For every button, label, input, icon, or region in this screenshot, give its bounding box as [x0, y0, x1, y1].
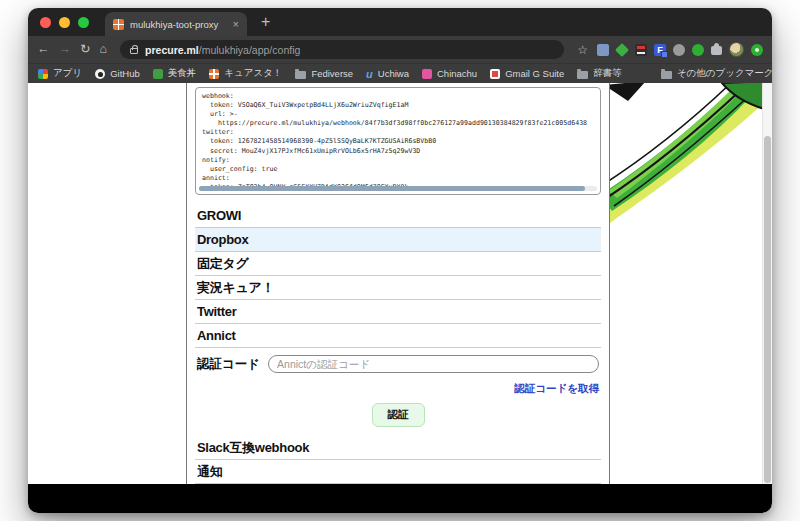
bookmark-bishokudon[interactable]: 美食丼: [153, 67, 197, 80]
bookmark-uchiwa[interactable]: uUchiwa: [366, 68, 409, 79]
blue-f-extension-icon[interactable]: F: [654, 44, 666, 56]
auth-code-input[interactable]: [268, 355, 599, 373]
section-dropbox[interactable]: Dropbox: [195, 228, 601, 252]
code-horizontal-scrollbar[interactable]: [199, 186, 597, 191]
traffic-lights: [40, 17, 89, 28]
bookmark-label: 美食丼: [168, 67, 197, 80]
new-tab-button[interactable]: +: [261, 14, 270, 30]
bookmark-label: Chinachu: [437, 68, 477, 79]
pink-site-icon: [422, 69, 432, 79]
section-list: GROWI Dropbox 固定タグ 実況キュア！ Twitter Annict: [195, 204, 601, 348]
other-bookmarks-label: その他のブックマーク: [677, 67, 772, 80]
auth-button[interactable]: 認証: [372, 403, 425, 427]
github-icon: [95, 69, 105, 79]
annict-auth-form: 認証コード: [195, 355, 601, 373]
bookmark-label: キュアスタ！: [224, 67, 282, 80]
page-bottom-black-strip: [28, 484, 772, 513]
forward-icon[interactable]: →: [59, 43, 72, 56]
browser-tab[interactable]: mulukhiya-toot-proxy ×: [105, 12, 247, 36]
bookmark-label: 辞書等: [593, 67, 622, 80]
tab-favicon-icon: [113, 19, 124, 30]
gray-extension-icon[interactable]: [673, 44, 685, 56]
section-notify[interactable]: 通知: [195, 460, 601, 484]
page-scrollbar[interactable]: [762, 83, 772, 484]
screenshot-stage: mulukhiya-toot-proxy × + ← → ↻ ⌂ precure…: [0, 0, 800, 521]
bookmark-folder-fediverse[interactable]: Fediverse: [295, 68, 353, 79]
adblock-extension-icon[interactable]: [635, 44, 647, 56]
profile-avatar[interactable]: [729, 42, 744, 57]
page-viewport: webhook: token: VSOaQ6X_TuiV3WxpetpBd4LL…: [28, 83, 772, 513]
bookmark-label: GitHub: [110, 68, 140, 79]
bookmark-github[interactable]: GitHub: [95, 68, 140, 79]
green-diamond-extension-icon[interactable]: [615, 43, 629, 57]
tab-title: mulukhiya-toot-proxy: [130, 19, 227, 30]
green-status-extension-icon[interactable]: [751, 44, 763, 56]
get-code-link-row: 認証コードを取得: [195, 378, 601, 396]
extensions-puzzle-icon[interactable]: [711, 46, 722, 55]
mulukhiya-plant-illustration: [600, 83, 772, 227]
extensions-row: F: [597, 42, 763, 57]
config-yaml-text: webhook: token: VSOaQ6X_TuiV3WxpetpBd4LL…: [202, 92, 594, 192]
gmail-icon: [490, 69, 500, 79]
code-scrollbar-thumb[interactable]: [199, 186, 585, 191]
bookmark-chinachu[interactable]: Chinachu: [422, 68, 477, 79]
page-scrollbar-thumb[interactable]: [764, 136, 771, 483]
bookmark-label: アプリ: [53, 67, 82, 80]
auth-button-row: 認証: [195, 403, 601, 427]
section-slack-webhook[interactable]: Slack互換webhook: [195, 436, 601, 460]
section-list-bottom: Slack互換webhook 通知: [195, 436, 601, 484]
get-auth-code-link[interactable]: 認証コードを取得: [514, 382, 599, 394]
reload-icon[interactable]: ↻: [80, 43, 90, 56]
zoom-window-button[interactable]: [78, 17, 89, 28]
tab-close-icon[interactable]: ×: [233, 19, 239, 30]
browser-toolbar: ← → ↻ ⌂ precure.ml/mulukhiya/app/config …: [28, 36, 772, 63]
bookmark-apps[interactable]: アプリ: [38, 67, 82, 80]
bookmark-label: Gmail G Suite: [505, 68, 564, 79]
bookmark-label: Uchiwa: [378, 68, 409, 79]
url-path: /mulukhiya/app/config: [199, 44, 301, 56]
url-text: precure.ml/mulukhiya/app/config: [145, 44, 300, 56]
green-site-icon: [153, 69, 163, 79]
auth-code-label: 認証コード: [197, 356, 260, 373]
back-icon[interactable]: ←: [37, 43, 50, 56]
browser-window: mulukhiya-toot-proxy × + ← → ↻ ⌂ precure…: [28, 8, 772, 513]
section-jikkyo-cure[interactable]: 実況キュア！: [195, 276, 601, 300]
other-bookmarks-button[interactable]: その他のブックマーク: [661, 67, 772, 80]
bookmark-curesta[interactable]: キュアスタ！: [209, 67, 282, 80]
section-annict[interactable]: Annict: [195, 324, 601, 348]
minimize-window-button[interactable]: [59, 17, 70, 28]
apps-grid-icon: [38, 69, 48, 79]
section-fixed-tags[interactable]: 固定タグ: [195, 252, 601, 276]
bookmark-label: Fediverse: [311, 68, 353, 79]
folder-icon: [661, 71, 672, 79]
address-bar[interactable]: precure.ml/mulukhiya/app/config: [120, 40, 564, 59]
section-growi[interactable]: GROWI: [195, 204, 601, 228]
tab-strip: mulukhiya-toot-proxy × +: [28, 8, 772, 36]
url-domain: precure.ml: [145, 44, 199, 56]
screenshot-extension-icon[interactable]: [597, 44, 609, 56]
uchiwa-icon: u: [366, 69, 373, 79]
folder-icon: [577, 71, 588, 79]
close-window-button[interactable]: [40, 17, 51, 28]
lock-icon: [130, 48, 138, 54]
config-yaml-box: webhook: token: VSOaQ6X_TuiV3WxpetpBd4LL…: [195, 87, 601, 195]
bookmark-gmail[interactable]: Gmail G Suite: [490, 68, 564, 79]
bookmarks-bar: アプリ GitHub 美食丼 キュアスタ！ Fediverse uUchiwa …: [28, 63, 772, 83]
folder-icon: [295, 71, 306, 79]
home-icon[interactable]: ⌂: [99, 43, 107, 56]
bookmark-star-icon[interactable]: ☆: [577, 43, 588, 57]
section-twitter[interactable]: Twitter: [195, 300, 601, 324]
config-panel: webhook: token: VSOaQ6X_TuiV3WxpetpBd4LL…: [186, 83, 610, 485]
bookmark-folder-dictionaries[interactable]: 辞書等: [577, 67, 622, 80]
green-circle-extension-icon[interactable]: [692, 44, 704, 56]
orange-site-icon: [209, 69, 219, 79]
